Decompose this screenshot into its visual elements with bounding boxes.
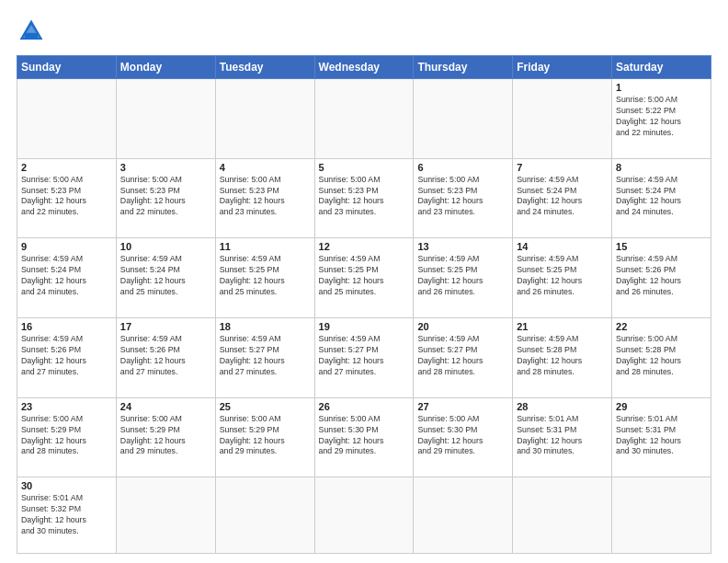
day-number: 17 [120,321,211,332]
day-number: 16 [21,321,112,332]
day-number: 26 [319,401,410,412]
calendar-cell: 12Sunrise: 4:59 AM Sunset: 5:25 PM Dayli… [314,238,414,318]
col-header-tuesday: Tuesday [215,56,314,79]
svg-rect-2 [25,33,38,40]
calendar-cell [612,477,711,554]
day-number: 30 [21,480,112,491]
calendar-cell: 22Sunrise: 5:00 AM Sunset: 5:28 PM Dayli… [612,318,711,398]
day-number: 3 [120,162,211,173]
day-number: 21 [517,321,608,332]
calendar-cell: 21Sunrise: 4:59 AM Sunset: 5:28 PM Dayli… [513,318,612,398]
calendar-cell [116,477,215,554]
calendar-cell: 25Sunrise: 5:00 AM Sunset: 5:29 PM Dayli… [215,397,314,477]
calendar-cell: 2Sunrise: 5:00 AM Sunset: 5:23 PM Daylig… [17,158,117,238]
day-number: 20 [417,321,508,332]
calendar-cell: 30Sunrise: 5:01 AM Sunset: 5:32 PM Dayli… [17,477,117,554]
day-number: 19 [319,321,410,332]
col-header-monday: Monday [116,56,215,79]
day-number: 12 [319,241,410,252]
day-number: 29 [616,401,707,412]
calendar-cell [314,79,414,159]
calendar-cell [215,477,314,554]
calendar-cell: 27Sunrise: 5:00 AM Sunset: 5:30 PM Dayli… [414,397,513,477]
day-info: Sunrise: 5:01 AM Sunset: 5:31 PM Dayligh… [616,414,707,458]
calendar-week-row: 9Sunrise: 4:59 AM Sunset: 5:24 PM Daylig… [17,238,711,318]
day-info: Sunrise: 5:00 AM Sunset: 5:29 PM Dayligh… [220,414,311,458]
calendar-cell: 5Sunrise: 5:00 AM Sunset: 5:23 PM Daylig… [314,158,414,238]
col-header-thursday: Thursday [414,56,513,79]
calendar-cell: 19Sunrise: 4:59 AM Sunset: 5:27 PM Dayli… [314,318,414,398]
day-info: Sunrise: 4:59 AM Sunset: 5:27 PM Dayligh… [417,334,508,378]
page: SundayMondayTuesdayWednesdayThursdayFrid… [0,0,728,563]
calendar-cell: 4Sunrise: 5:00 AM Sunset: 5:23 PM Daylig… [215,158,314,238]
calendar-cell [513,477,612,554]
calendar-cell: 15Sunrise: 4:59 AM Sunset: 5:26 PM Dayli… [612,238,711,318]
calendar-cell: 13Sunrise: 4:59 AM Sunset: 5:25 PM Dayli… [414,238,513,318]
calendar-cell [215,79,314,159]
day-info: Sunrise: 5:00 AM Sunset: 5:23 PM Dayligh… [120,175,211,219]
calendar-cell: 10Sunrise: 4:59 AM Sunset: 5:24 PM Dayli… [116,238,215,318]
calendar-week-row: 16Sunrise: 4:59 AM Sunset: 5:26 PM Dayli… [17,318,711,398]
day-info: Sunrise: 5:00 AM Sunset: 5:29 PM Dayligh… [21,414,112,458]
day-info: Sunrise: 4:59 AM Sunset: 5:24 PM Dayligh… [21,254,112,298]
day-info: Sunrise: 4:59 AM Sunset: 5:24 PM Dayligh… [517,175,608,219]
calendar-cell: 29Sunrise: 5:01 AM Sunset: 5:31 PM Dayli… [612,397,711,477]
day-number: 23 [21,401,112,412]
logo [17,17,50,46]
day-info: Sunrise: 5:00 AM Sunset: 5:30 PM Dayligh… [319,414,410,458]
calendar-week-row: 2Sunrise: 5:00 AM Sunset: 5:23 PM Daylig… [17,158,711,238]
day-number: 27 [417,401,508,412]
day-info: Sunrise: 5:00 AM Sunset: 5:23 PM Dayligh… [417,175,508,219]
calendar-cell: 7Sunrise: 4:59 AM Sunset: 5:24 PM Daylig… [513,158,612,238]
day-number: 9 [21,241,112,252]
day-number: 28 [517,401,608,412]
day-info: Sunrise: 4:59 AM Sunset: 5:26 PM Dayligh… [616,254,707,298]
day-number: 13 [417,241,508,252]
calendar-cell: 3Sunrise: 5:00 AM Sunset: 5:23 PM Daylig… [116,158,215,238]
day-info: Sunrise: 4:59 AM Sunset: 5:28 PM Dayligh… [517,334,608,378]
header [17,17,711,46]
calendar-cell [314,477,414,554]
day-number: 1 [616,82,707,93]
day-info: Sunrise: 4:59 AM Sunset: 5:26 PM Dayligh… [21,334,112,378]
day-info: Sunrise: 5:00 AM Sunset: 5:30 PM Dayligh… [417,414,508,458]
day-number: 24 [120,401,211,412]
calendar-cell: 6Sunrise: 5:00 AM Sunset: 5:23 PM Daylig… [414,158,513,238]
calendar-cell: 17Sunrise: 4:59 AM Sunset: 5:26 PM Dayli… [116,318,215,398]
calendar-cell [414,79,513,159]
calendar-cell [17,79,117,159]
calendar-cell [414,477,513,554]
day-info: Sunrise: 5:01 AM Sunset: 5:32 PM Dayligh… [21,493,112,537]
day-info: Sunrise: 5:00 AM Sunset: 5:29 PM Dayligh… [120,414,211,458]
calendar-week-row: 30Sunrise: 5:01 AM Sunset: 5:32 PM Dayli… [17,477,711,554]
calendar-week-row: 23Sunrise: 5:00 AM Sunset: 5:29 PM Dayli… [17,397,711,477]
col-header-friday: Friday [513,56,612,79]
calendar-cell: 14Sunrise: 4:59 AM Sunset: 5:25 PM Dayli… [513,238,612,318]
day-number: 10 [120,241,211,252]
day-info: Sunrise: 5:00 AM Sunset: 5:23 PM Dayligh… [319,175,410,219]
day-number: 25 [220,401,311,412]
calendar-cell: 28Sunrise: 5:01 AM Sunset: 5:31 PM Dayli… [513,397,612,477]
day-info: Sunrise: 4:59 AM Sunset: 5:25 PM Dayligh… [319,254,410,298]
day-info: Sunrise: 4:59 AM Sunset: 5:27 PM Dayligh… [220,334,311,378]
day-info: Sunrise: 5:00 AM Sunset: 5:23 PM Dayligh… [21,175,112,219]
day-info: Sunrise: 4:59 AM Sunset: 5:27 PM Dayligh… [319,334,410,378]
calendar-cell: 8Sunrise: 4:59 AM Sunset: 5:24 PM Daylig… [612,158,711,238]
calendar-cell: 16Sunrise: 4:59 AM Sunset: 5:26 PM Dayli… [17,318,117,398]
calendar-cell: 18Sunrise: 4:59 AM Sunset: 5:27 PM Dayli… [215,318,314,398]
day-info: Sunrise: 4:59 AM Sunset: 5:24 PM Dayligh… [616,175,707,219]
day-info: Sunrise: 5:00 AM Sunset: 5:28 PM Dayligh… [616,334,707,378]
day-info: Sunrise: 4:59 AM Sunset: 5:24 PM Dayligh… [120,254,211,298]
day-number: 15 [616,241,707,252]
day-number: 4 [220,162,311,173]
calendar-week-row: 1Sunrise: 5:00 AM Sunset: 5:22 PM Daylig… [17,79,711,159]
calendar-cell: 11Sunrise: 4:59 AM Sunset: 5:25 PM Dayli… [215,238,314,318]
day-number: 7 [517,162,608,173]
calendar-cell: 9Sunrise: 4:59 AM Sunset: 5:24 PM Daylig… [17,238,117,318]
day-info: Sunrise: 4:59 AM Sunset: 5:25 PM Dayligh… [517,254,608,298]
logo-icon [17,17,46,46]
calendar-cell [116,79,215,159]
day-info: Sunrise: 4:59 AM Sunset: 5:25 PM Dayligh… [417,254,508,298]
day-info: Sunrise: 5:00 AM Sunset: 5:23 PM Dayligh… [220,175,311,219]
day-number: 22 [616,321,707,332]
